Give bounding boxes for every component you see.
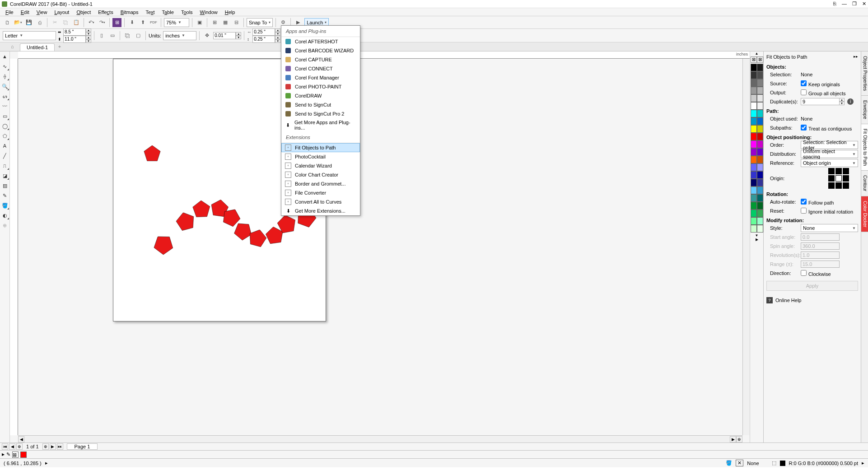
- fill-tool[interactable]: 🪣: [1, 201, 9, 210]
- help-link-icon[interactable]: ⎘: [833, 1, 836, 7]
- launch-app-item[interactable]: Corel CONNECT: [281, 64, 360, 73]
- vertical-ruler[interactable]: [10, 59, 18, 435]
- nudge-spin[interactable]: ▲▼: [213, 32, 241, 39]
- launch-ext-item[interactable]: ▫File Converter: [281, 188, 360, 197]
- color-swatch[interactable]: [757, 64, 763, 71]
- no-fill-swatch-2[interactable]: ⊠: [757, 56, 763, 63]
- cut-button[interactable]: ✂: [50, 18, 59, 27]
- portrait-button[interactable]: ▯: [97, 31, 106, 40]
- show-rulers-button[interactable]: ⊞: [210, 18, 219, 27]
- pentagon-shape[interactable]: [192, 200, 210, 219]
- color-swatch[interactable]: [751, 64, 757, 71]
- launch-ext-item[interactable]: ▫Color Chart Creator: [281, 170, 360, 179]
- color-swatch[interactable]: [757, 71, 763, 79]
- color-swatch[interactable]: [751, 179, 757, 186]
- color-swatch[interactable]: [757, 94, 763, 102]
- new-button[interactable]: 🗋: [3, 18, 12, 27]
- distribution-select[interactable]: Uniform object spacing▼: [801, 150, 858, 158]
- vertical-scrollbar[interactable]: [742, 59, 750, 435]
- paste-button[interactable]: 📋: [72, 18, 81, 27]
- color-swatch[interactable]: [757, 163, 763, 171]
- export-button[interactable]: ⬆: [138, 18, 147, 27]
- color-swatch[interactable]: [751, 202, 757, 210]
- vtab-envelope[interactable]: Envelope: [861, 96, 868, 124]
- import-button[interactable]: ⬇: [127, 18, 136, 27]
- crop-tool[interactable]: ⟠: [1, 72, 9, 80]
- menu-view[interactable]: View: [34, 9, 50, 15]
- color-swatch[interactable]: [751, 156, 757, 163]
- add-tab-button[interactable]: +: [56, 44, 64, 51]
- units-combo[interactable]: inches▼: [163, 31, 196, 40]
- clockwise-check[interactable]: [801, 270, 807, 276]
- no-fill-swatch[interactable]: ⊠: [751, 56, 757, 63]
- freehand-tool[interactable]: ᔕ: [1, 92, 9, 100]
- color-swatch[interactable]: [757, 110, 763, 117]
- no-color-swatch[interactable]: ⊠: [12, 452, 19, 458]
- color-swatch[interactable]: [757, 79, 763, 87]
- launch-app-item[interactable]: Send to SignCut: [281, 100, 360, 109]
- color-swatch[interactable]: [757, 133, 763, 140]
- palette-flyout-icon[interactable]: ▶: [756, 238, 758, 242]
- color-swatch[interactable]: [751, 225, 757, 233]
- style-select[interactable]: None▼: [801, 224, 858, 232]
- current-page-button[interactable]: ▢: [134, 31, 143, 40]
- color-swatch[interactable]: [757, 217, 763, 225]
- drop-shadow-tool[interactable]: ◪: [1, 172, 9, 180]
- vtab-color-docker[interactable]: Color Docker: [861, 196, 868, 232]
- zoom-tool[interactable]: 🔍: [1, 82, 9, 90]
- parallel-dim-tool[interactable]: ╱: [1, 152, 9, 160]
- welcome-tab-icon[interactable]: ⌂: [11, 44, 19, 51]
- origin-grid[interactable]: [828, 168, 849, 189]
- pentagon-shape[interactable]: [276, 214, 298, 236]
- page-height-spin[interactable]: ⬍▲▼: [58, 36, 91, 43]
- artistic-media-tool[interactable]: 〰: [1, 102, 9, 110]
- add-page-after-button[interactable]: ⊕: [42, 443, 49, 450]
- menu-tools[interactable]: Tools: [178, 9, 196, 15]
- menu-layout[interactable]: Layout: [51, 9, 72, 15]
- next-page-button[interactable]: ▶: [50, 443, 56, 450]
- launch-app-item[interactable]: Corel PHOTO-PAINT: [281, 82, 360, 91]
- color-swatch[interactable]: [751, 110, 757, 117]
- dup-x-spin[interactable]: ↔▲▼: [247, 28, 280, 36]
- launch-ext-item[interactable]: ▫Fit Objects to Path: [281, 143, 360, 152]
- show-guidelines-button[interactable]: ⊟: [232, 18, 241, 27]
- shape-tool[interactable]: ∿: [1, 62, 9, 70]
- color-swatch[interactable]: [757, 117, 763, 125]
- info-icon[interactable]: i: [847, 98, 854, 105]
- order-select[interactable]: Selection: Selection order▼: [801, 141, 858, 149]
- docker-expand-icon[interactable]: ▸▸: [854, 54, 858, 60]
- color-swatch[interactable]: [751, 186, 757, 194]
- show-grid-button[interactable]: ▦: [221, 18, 230, 27]
- status-flyout-icon[interactable]: ▸: [45, 460, 48, 466]
- first-page-button[interactable]: ⏮: [2, 443, 8, 450]
- text-tool[interactable]: A: [1, 142, 9, 150]
- red-swatch[interactable]: [20, 452, 27, 458]
- menu-text[interactable]: Text: [143, 9, 157, 15]
- color-swatch[interactable]: [751, 194, 757, 202]
- status-flyout-2-icon[interactable]: ▸: [862, 460, 864, 466]
- color-swatch[interactable]: [751, 102, 757, 110]
- keep-originals-check[interactable]: [801, 80, 807, 86]
- color-swatch[interactable]: [757, 179, 763, 186]
- palette-left-icon[interactable]: ▶: [2, 452, 5, 456]
- redo-button[interactable]: ↷▾: [98, 18, 107, 27]
- palette-down-icon[interactable]: ▼: [755, 233, 759, 238]
- color-swatch[interactable]: [751, 117, 757, 125]
- get-more-extensions-item[interactable]: ⬇Get More Extensions...: [281, 206, 360, 215]
- transparency-tool[interactable]: ▨: [1, 182, 9, 190]
- contiguous-check[interactable]: [801, 125, 807, 130]
- launch-ext-item[interactable]: ▫Calendar Wizard: [281, 161, 360, 170]
- get-more-apps-item[interactable]: ⬇Get More Apps and Plug-ins...: [281, 118, 360, 132]
- launch-app-item[interactable]: Corel Font Manager: [281, 73, 360, 82]
- palette-up-icon[interactable]: ▲: [755, 51, 759, 56]
- fullscreen-button[interactable]: ▣: [195, 18, 204, 27]
- launch-ext-item[interactable]: ▫Convert All to Curves: [281, 197, 360, 206]
- color-swatch[interactable]: [757, 148, 763, 156]
- maximize-button[interactable]: ❐: [852, 1, 857, 7]
- zoom-combo[interactable]: 75%▼: [164, 18, 189, 27]
- prev-page-button[interactable]: ◀: [9, 443, 15, 450]
- color-swatch[interactable]: [751, 71, 757, 79]
- save-button[interactable]: 💾: [24, 18, 33, 27]
- fill-icon[interactable]: 🪣: [726, 460, 732, 466]
- color-swatch[interactable]: [757, 156, 763, 163]
